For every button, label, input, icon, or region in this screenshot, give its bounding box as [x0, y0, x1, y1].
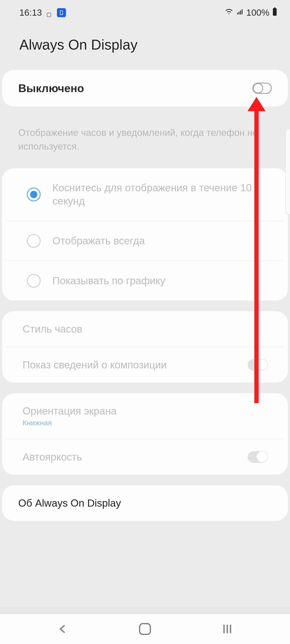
page-header: Always On Display	[0, 19, 290, 70]
svg-rect-2	[274, 8, 275, 8]
master-switch-label: Выключено	[18, 82, 84, 95]
feature-description: Отображение часов и уведомлений, когда т…	[0, 117, 290, 168]
about-card: Об Always On Display	[2, 485, 288, 521]
orientation-value: Книжная	[23, 418, 117, 427]
about-row[interactable]: Об Always On Display	[2, 485, 288, 521]
auto-brightness-label: Автояркость	[23, 451, 82, 463]
bottom-band	[0, 608, 290, 614]
wifi-icon	[225, 8, 233, 18]
status-bar: 16:13 100%	[0, 0, 290, 19]
master-toggle[interactable]	[252, 83, 272, 94]
status-right: 100%	[225, 7, 277, 18]
radio-icon	[27, 274, 41, 288]
home-icon	[139, 623, 151, 635]
nav-recents-button[interactable]	[220, 622, 235, 636]
display-mode-card: Коснитесь для отображения в течение 10 с…	[2, 168, 288, 301]
battery-icon	[272, 7, 277, 18]
phone-app-icon	[57, 8, 66, 17]
master-switch-card: Выключено	[2, 70, 288, 106]
radio-show-always[interactable]: Отображать всегда	[5, 221, 285, 260]
signal-icon	[236, 8, 243, 18]
svg-rect-0	[47, 13, 51, 16]
misc-status-icon	[46, 10, 53, 16]
status-left: 16:13	[19, 8, 66, 18]
clock-style-label: Стиль часов	[23, 323, 82, 335]
radio-icon	[27, 188, 41, 201]
page-title: Always On Display	[19, 36, 271, 53]
music-info-row[interactable]: Показ сведений о композиции	[5, 347, 285, 382]
annotation-arrow	[254, 107, 259, 403]
radio-icon	[27, 234, 41, 248]
orientation-label: Ориентация экрана	[23, 405, 117, 417]
nav-home-button[interactable]	[137, 622, 153, 636]
auto-brightness-toggle[interactable]	[248, 451, 267, 463]
nav-back-button[interactable]	[55, 622, 70, 636]
status-time: 16:13	[19, 8, 42, 18]
radio-tap-to-show[interactable]: Коснитесь для отображения в течение 10 с…	[5, 168, 285, 221]
scroll-handle[interactable]	[285, 129, 290, 215]
display-card: Ориентация экрана Книжная Автояркость	[2, 393, 288, 475]
battery-text: 100%	[246, 8, 269, 18]
radio-label: Отображать всегда	[52, 234, 145, 248]
radio-label: Коснитесь для отображения в течение 10 с…	[52, 181, 268, 208]
clock-style-row[interactable]: Стиль часов	[5, 311, 285, 347]
auto-brightness-row[interactable]: Автояркость	[5, 439, 285, 475]
about-label: Об Always On Display	[18, 497, 121, 509]
svg-rect-1	[273, 8, 277, 16]
master-switch-row[interactable]: Выключено	[2, 70, 288, 106]
soft-nav	[0, 614, 290, 644]
style-card: Стиль часов Показ сведений о композиции	[2, 311, 288, 382]
radio-label: Показывать по графику	[52, 274, 165, 288]
radio-show-scheduled[interactable]: Показывать по графику	[5, 260, 285, 300]
orientation-row[interactable]: Ориентация экрана Книжная	[5, 393, 285, 439]
music-info-label: Показ сведений о композиции	[23, 359, 167, 371]
